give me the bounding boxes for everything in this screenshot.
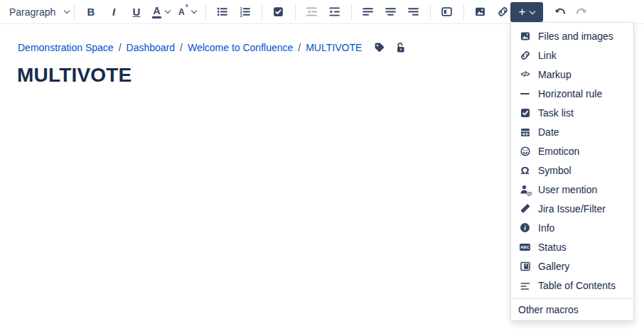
menu-item-label: Table of Contents (538, 280, 616, 291)
menu-item-task-list[interactable]: Task list (511, 103, 633, 122)
task-list-button[interactable] (269, 3, 288, 21)
insert-image-icon (474, 6, 486, 18)
toolbar-divider (295, 4, 296, 20)
horizontal-rule-icon (519, 87, 531, 99)
page-title[interactable]: MULTIVOTE (17, 64, 132, 87)
menu-item-files-and-images[interactable]: Files and images (511, 26, 633, 45)
unlock-icon[interactable] (395, 42, 406, 53)
align-left-icon (362, 6, 374, 18)
text-styles-icon: A° (178, 7, 188, 17)
insert-more-content-button[interactable]: + (510, 2, 543, 22)
menu-item-label: Date (538, 126, 559, 138)
text-color-icon: A (152, 6, 161, 18)
indent-button[interactable] (326, 3, 344, 21)
toolbar-divider (351, 4, 352, 20)
emoticon-icon (519, 145, 531, 157)
menu-item-label: Task list (538, 107, 574, 119)
omega-icon: Ω (519, 164, 531, 176)
text-styles-dropdown[interactable]: A° (176, 3, 198, 21)
breadcrumb-link-dashboard[interactable]: Dashboard (127, 42, 176, 53)
toolbar-divider (463, 4, 464, 20)
menu-item-label: Other macros (518, 304, 579, 315)
svg-text:3: 3 (240, 13, 243, 18)
breadcrumb-link-welcome[interactable]: Welcome to Confluence (188, 42, 293, 53)
chevron-down-icon (190, 8, 196, 13)
page-layout-icon (441, 6, 453, 18)
info-icon: i (519, 222, 531, 234)
align-right-button[interactable] (404, 3, 423, 21)
undo-button[interactable] (551, 3, 569, 21)
link-icon (519, 49, 531, 61)
menu-item-user-mention[interactable]: @ User mention (511, 180, 633, 199)
tag-icon[interactable] (374, 42, 385, 53)
menu-item-label: Status (538, 242, 567, 253)
breadcrumb-link-current-page[interactable]: MULTIVOTE (306, 42, 362, 53)
breadcrumb-separator: / (180, 42, 183, 53)
align-left-button[interactable] (359, 3, 377, 21)
menu-item-date[interactable]: Date (511, 122, 633, 141)
menu-item-other-macros[interactable]: Other macros (511, 299, 633, 320)
menu-item-markup[interactable]: </> Markup (511, 65, 633, 84)
align-center-icon (385, 6, 397, 18)
task-list-icon (272, 6, 284, 18)
indent-icon (328, 6, 340, 18)
redo-button (572, 3, 591, 21)
breadcrumb-separator: / (298, 42, 301, 53)
markup-icon: </> (519, 68, 531, 80)
chevron-down-icon (64, 8, 70, 13)
toolbar-divider (430, 4, 431, 20)
align-center-button[interactable] (382, 3, 400, 21)
bold-button[interactable]: B (82, 3, 100, 21)
breadcrumb-link-space[interactable]: Demonstration Space (18, 42, 114, 53)
numbered-list-button[interactable]: 1 2 3 (236, 3, 254, 21)
plus-icon: + (519, 6, 526, 18)
paragraph-style-dropdown[interactable]: Paragraph (9, 6, 69, 18)
outdent-icon (306, 6, 318, 18)
jira-icon (519, 202, 531, 215)
menu-item-label: Symbol (538, 165, 571, 176)
menu-item-label: Files and images (538, 31, 613, 42)
chevron-down-icon (165, 8, 171, 13)
status-icon: ABC (519, 241, 531, 253)
menu-item-symbol[interactable]: Ω Symbol (511, 161, 633, 180)
editor-toolbar: Paragraph B I U A A° (0, 0, 644, 24)
italic-icon: I (112, 6, 115, 18)
menu-item-label: Emoticon (538, 146, 579, 157)
bullet-list-icon (216, 6, 228, 18)
menu-item-label: Jira Issue/Filter (538, 203, 606, 215)
insert-image-button[interactable] (471, 3, 490, 21)
menu-item-label: Link (538, 50, 557, 61)
outdent-button (303, 3, 321, 21)
redo-icon (575, 6, 588, 18)
menu-item-status[interactable]: ABC Status (511, 237, 633, 256)
bullet-list-button[interactable] (213, 3, 232, 21)
toolbar-divider (74, 4, 75, 20)
toc-icon (519, 279, 531, 291)
align-right-icon (407, 6, 419, 18)
insert-content-menu: Files and images Link </> Markup (510, 22, 634, 321)
undo-icon (554, 6, 567, 18)
text-color-dropdown[interactable]: A (150, 3, 172, 21)
menu-item-horizontal-rule[interactable]: Horizontal rule (511, 84, 633, 103)
calendar-icon (519, 126, 531, 138)
menu-item-link[interactable]: Link (511, 45, 633, 65)
menu-item-emoticon[interactable]: Emoticon (511, 141, 633, 161)
menu-item-label: Horizontal rule (538, 88, 602, 99)
gallery-icon (519, 260, 531, 272)
chevron-down-icon (530, 8, 535, 13)
menu-item-table-of-contents[interactable]: Table of Contents (511, 276, 633, 295)
menu-item-label: Gallery (538, 261, 569, 272)
underline-button[interactable]: U (127, 3, 146, 21)
menu-item-jira-issue-filter[interactable]: Jira Issue/Filter (511, 199, 633, 218)
task-list-icon (519, 107, 531, 119)
italic-button[interactable]: I (104, 3, 123, 21)
menu-item-gallery[interactable]: Gallery (511, 256, 633, 276)
menu-item-info[interactable]: i Info (511, 218, 633, 237)
insert-link-button[interactable] (494, 3, 512, 21)
menu-item-label: Markup (538, 69, 571, 80)
user-mention-icon: @ (519, 183, 531, 195)
underline-icon: U (133, 6, 141, 18)
toolbar-divider (205, 4, 206, 20)
page-layout-button[interactable] (438, 3, 456, 21)
menu-item-label: User mention (538, 184, 597, 195)
